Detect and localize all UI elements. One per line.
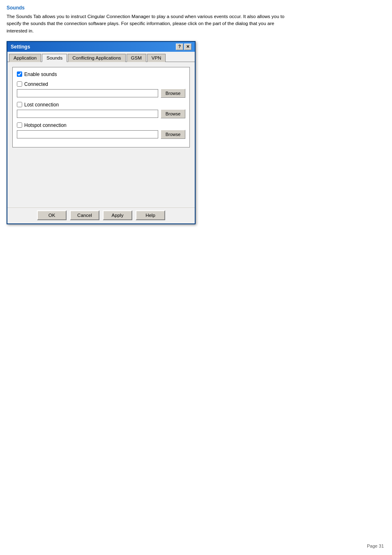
lost-connection-checkbox[interactable] <box>17 102 22 107</box>
hotspot-connection-checkbox-row: Hotspot connection <box>17 122 185 128</box>
lost-connection-input-row: Browse <box>17 109 185 118</box>
connected-checkbox-row: Connected <box>17 81 185 87</box>
hotspot-connection-checkbox[interactable] <box>17 122 22 128</box>
apply-button[interactable]: Apply <box>103 210 132 220</box>
page-description: The Sounds Tab allows you to instruct Ci… <box>7 13 294 35</box>
help-button-footer[interactable]: Help <box>136 210 165 220</box>
lost-connection-browse-button[interactable]: Browse <box>161 109 185 118</box>
hotspot-connection-browse-button[interactable]: Browse <box>161 130 185 139</box>
connected-label: Connected <box>24 81 48 87</box>
lost-connection-path-input[interactable] <box>17 110 158 118</box>
tab-vpn[interactable]: VPN <box>147 54 166 62</box>
tab-sounds[interactable]: Sounds <box>42 54 67 62</box>
dialog-titlebar: Settings ? ✕ <box>7 42 195 52</box>
tab-application[interactable]: Application <box>9 54 41 62</box>
connected-checkbox[interactable] <box>17 81 22 87</box>
ok-button[interactable]: OK <box>37 210 67 220</box>
enable-sounds-checkbox[interactable] <box>17 71 22 77</box>
connected-section: Connected Browse <box>17 81 185 98</box>
lost-connection-label: Lost connection <box>24 102 59 108</box>
hotspot-connection-path-input[interactable] <box>17 130 158 138</box>
cancel-button[interactable]: Cancel <box>70 210 99 220</box>
lost-connection-section: Lost connection Browse <box>17 102 185 118</box>
settings-dialog: Settings ? ✕ Application Sounds Conflict… <box>7 41 196 224</box>
sounds-panel: Enable sounds Connected Browse Lost conn… <box>12 67 190 147</box>
tab-conflicting-applications[interactable]: Conflicting Applications <box>68 54 125 62</box>
hotspot-connection-input-row: Browse <box>17 130 185 139</box>
spacer-area <box>12 151 190 204</box>
tab-bar: Application Sounds Conflicting Applicati… <box>7 52 195 62</box>
dialog-body: Enable sounds Connected Browse Lost conn… <box>7 62 195 207</box>
close-button[interactable]: ✕ <box>184 44 191 50</box>
connected-browse-button[interactable]: Browse <box>161 89 185 98</box>
lost-connection-checkbox-row: Lost connection <box>17 102 185 108</box>
dialog-footer: OK Cancel Apply Help <box>7 207 195 223</box>
tab-gsm[interactable]: GSM <box>127 54 146 62</box>
dialog-title: Settings <box>11 44 30 50</box>
hotspot-connection-label: Hotspot connection <box>24 122 67 128</box>
enable-sounds-label: Enable sounds <box>24 71 57 77</box>
enable-sounds-row: Enable sounds <box>17 71 185 77</box>
page-number: Page 31 <box>367 543 384 548</box>
hotspot-connection-section: Hotspot connection Browse <box>17 122 185 139</box>
titlebar-controls: ? ✕ <box>176 44 191 50</box>
page-title: Sounds <box>7 5 385 11</box>
connected-input-row: Browse <box>17 89 185 98</box>
help-button[interactable]: ? <box>176 44 183 50</box>
connected-path-input[interactable] <box>17 89 158 97</box>
